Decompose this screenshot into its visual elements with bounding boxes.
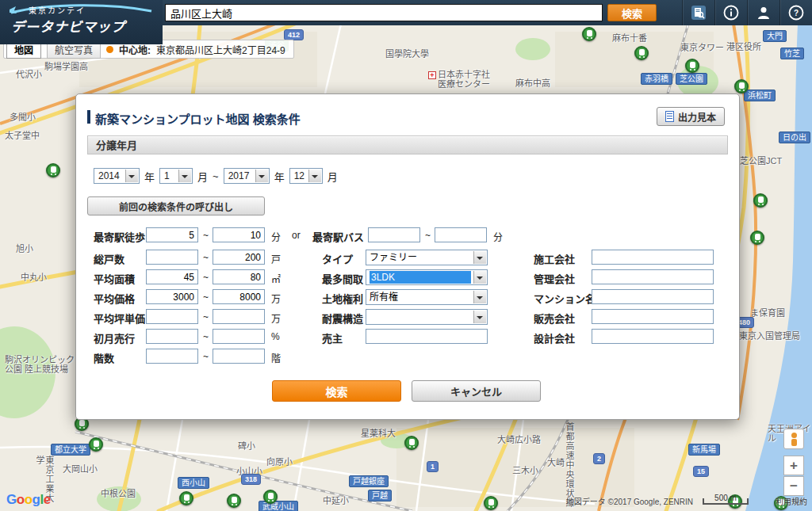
seller-input[interactable] [366, 329, 488, 344]
map-label: 芝公園JCT [740, 156, 782, 166]
tilde: ~ [203, 252, 209, 263]
dialog-title: 新築マンションプロット地図 検索条件 [95, 110, 301, 127]
first-month-sales-to-input[interactable] [213, 329, 265, 344]
area-to-input[interactable] [213, 269, 265, 284]
section-sale-period: 分譲年月 [87, 135, 728, 154]
earthquake-structure-select[interactable] [366, 309, 488, 325]
field-label: 販売会社 [534, 311, 575, 326]
first-month-sales-from-input[interactable] [146, 329, 198, 344]
user-icon[interactable] [747, 0, 779, 25]
design-company-input[interactable] [592, 329, 714, 344]
construction-company-input[interactable] [592, 250, 714, 265]
map-scale: 500 m [703, 494, 749, 505]
road-shield: 318 [241, 474, 261, 485]
station-label: 戸越 [368, 490, 392, 501]
transit-station-marker[interactable] [484, 496, 498, 510]
sales-company-input[interactable] [592, 309, 714, 324]
walk-from-input[interactable] [146, 227, 198, 242]
map-label: 東京入国管理局 [739, 331, 800, 341]
unit-price-from-input[interactable] [146, 309, 198, 324]
dialog-search-button[interactable]: 検索 [272, 380, 401, 402]
floors-from-input[interactable] [146, 349, 198, 364]
header-search-button[interactable]: 検索 [607, 4, 657, 21]
zoom-in-button[interactable]: + [783, 456, 804, 475]
tilde: ~ [203, 331, 209, 342]
tilde: ~ [203, 230, 209, 241]
field-label: 施工会社 [534, 251, 575, 266]
road-shield: 15 [693, 466, 709, 477]
field-label: 管理会社 [534, 271, 575, 286]
units-from-input[interactable] [146, 250, 198, 265]
transit-station-marker[interactable] [404, 436, 419, 450]
walk-to-input[interactable] [213, 227, 265, 242]
field-label: 最多間取 [322, 271, 363, 286]
price-from-input[interactable] [146, 289, 198, 304]
type-select[interactable]: ファミリー [366, 250, 488, 265]
bus-from-input[interactable] [368, 227, 420, 242]
map-label: 中根公園 [101, 489, 136, 498]
to-month-select[interactable]: 12 [289, 168, 323, 184]
field-label: 平均坪単価 [94, 311, 145, 326]
map-label: 多聞小 [10, 112, 36, 122]
transit-station-marker[interactable] [734, 79, 749, 93]
map-label: 代沢小 [16, 70, 42, 79]
transit-station-marker[interactable] [179, 491, 193, 505]
map-label: 太子堂中 [5, 131, 40, 140]
transit-station-marker[interactable] [753, 193, 768, 208]
map-label: 大岡山小 [63, 464, 98, 474]
road-shield: 412 [284, 29, 304, 40]
land-rights-value: 所有権 [370, 291, 398, 303]
doc-search-icon[interactable] [682, 0, 714, 25]
bus-label: 最寄駅バス [312, 229, 364, 244]
map-label: 旭小 [16, 244, 33, 254]
map-label: 大崎 [547, 458, 565, 467]
transit-station-marker[interactable] [685, 59, 699, 73]
to-month-value: 12 [294, 170, 304, 181]
dialog-cancel-button[interactable]: キャンセル [412, 380, 541, 402]
mansion-name-input[interactable] [592, 289, 714, 304]
help-icon[interactable]: ? [779, 0, 812, 25]
management-company-input[interactable] [592, 269, 714, 284]
transit-station-marker[interactable] [46, 163, 60, 177]
chevron-down-icon [477, 296, 483, 303]
price-to-input[interactable] [213, 289, 265, 304]
from-month-select[interactable]: 1 [159, 168, 193, 184]
units-to-input[interactable] [213, 250, 265, 265]
station-label: 竹芝 [780, 48, 804, 59]
land-rights-select[interactable]: 所有権 [366, 289, 488, 305]
from-year-select[interactable]: 2014 [94, 168, 140, 184]
transit-station-marker[interactable] [227, 494, 241, 508]
tilde: ~ [203, 272, 209, 283]
transit-station-marker[interactable] [750, 231, 764, 245]
bus-to-input[interactable] [435, 227, 487, 242]
layout-select[interactable]: 3LDK [366, 269, 488, 285]
to-year-select[interactable]: 2017 [224, 168, 270, 184]
map-label: 港区役所 [726, 42, 761, 51]
transit-station-marker[interactable] [634, 46, 649, 60]
map-label: 麻布中高 [515, 78, 550, 88]
transit-station-marker[interactable] [582, 27, 596, 41]
unit-price-to-input[interactable] [213, 309, 265, 324]
recall-previous-conditions-button[interactable]: 前回の検索条件の呼び出し [87, 196, 265, 215]
output-sample-button[interactable]: 出力見本 [657, 107, 725, 126]
info-icon[interactable] [714, 0, 747, 25]
terms-link[interactable]: 利用規約 [776, 495, 807, 507]
map-label: 日本赤十字社 医療センター [438, 70, 490, 89]
tilde: ~ [425, 230, 431, 241]
tilde: ~ [203, 292, 209, 303]
brand-logo[interactable]: 東京カンテイ データナビマップ [0, 0, 163, 44]
floors-to-input[interactable] [213, 349, 265, 364]
map-label: 駒沢オリンピック 公園 陸上競技場 [5, 355, 75, 374]
zoom-out-button[interactable]: − [783, 476, 804, 496]
transit-station-marker[interactable] [263, 490, 278, 504]
pegman-control[interactable] [783, 429, 804, 449]
chevron-down-icon [128, 175, 135, 181]
chevron-down-icon [312, 175, 318, 181]
map-label: 大崎広小路 [497, 435, 541, 444]
transit-station-marker[interactable] [89, 437, 103, 452]
map-label: 星薬科大 [361, 429, 396, 438]
chevron-down-icon [477, 276, 483, 283]
area-from-input[interactable] [146, 269, 198, 284]
header-search-input[interactable] [165, 4, 603, 21]
field-unit: 階 [271, 351, 281, 364]
